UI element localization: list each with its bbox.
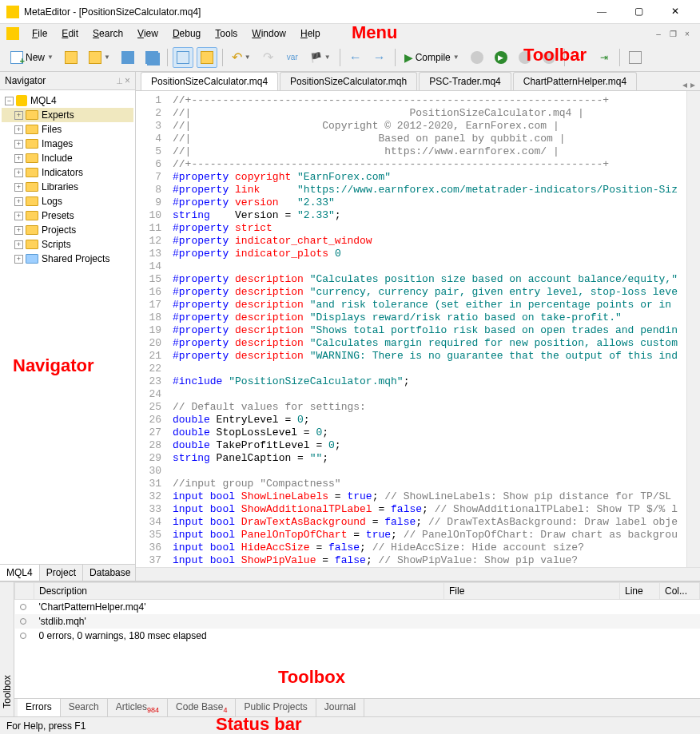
annotation-menu: Menu	[352, 22, 397, 43]
minimize-button[interactable]: —	[583, 0, 620, 24]
terminal-button[interactable]	[625, 47, 646, 68]
compile-button[interactable]: ▶Compile▼	[400, 47, 463, 68]
vertical-scrollbar[interactable]	[686, 91, 700, 567]
maximize-button[interactable]: ▢	[620, 0, 657, 24]
menu-view[interactable]: View	[131, 26, 165, 41]
toolbox-label: Toolbox	[0, 582, 14, 716]
nav-tab-mql4[interactable]: MQL4	[0, 565, 40, 581]
menu-search[interactable]: Search	[86, 26, 129, 41]
debug-terminate-button[interactable]	[539, 47, 559, 68]
bookmark-button[interactable]: 🏴▼	[306, 47, 335, 68]
tab-file-2[interactable]: PSC-Trader.mq4	[419, 72, 511, 90]
col-file[interactable]: File	[444, 583, 620, 600]
toolbox-tab-journal[interactable]: Journal	[316, 699, 364, 716]
tab-scroll-left-icon[interactable]: ◂	[682, 79, 687, 90]
col-description[interactable]: Description	[34, 583, 444, 600]
source-text[interactable]: //+-------------------------------------…	[168, 91, 686, 567]
editor-tabs: PositionSizeCalculator.mq4 PositionSizeC…	[136, 72, 700, 91]
tab-file-0[interactable]: PositionSizeCalculator.mq4	[141, 72, 278, 90]
toolbox-tabs: ErrorsSearchArticles984Code Base4Public …	[14, 698, 700, 716]
new-button[interactable]: +New▼	[6, 47, 58, 68]
nav-forward-button[interactable]: →	[369, 47, 390, 68]
tree-item-logs[interactable]: +Logs	[2, 194, 133, 208]
app-menu-icon[interactable]	[6, 27, 19, 40]
col-col[interactable]: Col...	[660, 583, 700, 600]
toolbox-tab-articles[interactable]: Articles984	[108, 699, 168, 716]
step-into-button[interactable]: ⇥	[570, 47, 591, 68]
error-row[interactable]: 'stdlib.mqh'	[15, 614, 700, 629]
tree-item-images[interactable]: +Images	[2, 137, 133, 151]
window-title: MetaEditor - [PositionSizeCalculator.mq4…	[24, 6, 583, 18]
code-area[interactable]: 1234567891011121314151617181920212223242…	[136, 91, 700, 567]
open-button[interactable]: ▼	[85, 47, 114, 68]
navigator-title: Navigator	[5, 75, 46, 86]
save-button[interactable]	[117, 47, 138, 68]
nav-back-button[interactable]: ←	[345, 47, 366, 68]
debug-pause-button[interactable]	[515, 47, 535, 68]
tab-scroll-right-icon[interactable]: ▸	[690, 79, 695, 90]
open-project-button[interactable]	[61, 47, 82, 68]
debug-stop-button[interactable]	[467, 47, 487, 68]
tree-item-indicators[interactable]: +Indicators	[2, 165, 133, 180]
tree-item-files[interactable]: +Files	[2, 122, 133, 137]
toolbox-tab-code-base[interactable]: Code Base4	[168, 699, 236, 716]
menubar: File Edit Search View Debug Tools Window…	[0, 24, 700, 43]
toolbox-panel: Toolbox Description File Line Col... 'Ch…	[0, 581, 700, 716]
undo-button[interactable]: ↶▼	[228, 47, 255, 68]
mdi-close-icon[interactable]: ×	[681, 27, 694, 40]
tab-file-3[interactable]: ChartPatternHelper.mq4	[513, 72, 637, 90]
tree-item-projects[interactable]: +Projects	[2, 223, 133, 237]
app-icon	[6, 6, 19, 18]
navigator-tabs: MQL4 Project Database	[0, 564, 135, 581]
nav-tab-database[interactable]: Database	[83, 565, 137, 581]
toggle-toolbox-button[interactable]	[197, 47, 217, 68]
line-gutter: 1234567891011121314151617181920212223242…	[136, 91, 168, 567]
horizontal-scrollbar[interactable]	[136, 567, 700, 581]
menu-window[interactable]: Window	[245, 26, 292, 41]
tab-file-1[interactable]: PositionSizeCalculator.mqh	[280, 72, 417, 90]
toolbar: +New▼ ▼ ↶▼ ↷ var 🏴▼ ← → ▶Compile▼ ▶ Tool…	[0, 43, 700, 72]
step-over-button[interactable]: ⇥	[594, 47, 614, 68]
save-all-button[interactable]	[141, 47, 162, 68]
tree-item-include[interactable]: +Include	[2, 151, 133, 165]
navigator-tree: −MQL4 +Experts+Files+Images+Include+Indi…	[0, 90, 135, 564]
tree-item-libraries[interactable]: +Libraries	[2, 180, 133, 194]
error-row[interactable]: 0 errors, 0 warnings, 180 msec elapsed	[15, 629, 700, 643]
menu-edit[interactable]: Edit	[55, 26, 85, 41]
editor-panel: PositionSizeCalculator.mq4 PositionSizeC…	[136, 72, 700, 581]
toolbox-tab-search[interactable]: Search	[61, 699, 108, 716]
titlebar: MetaEditor - [PositionSizeCalculator.mq4…	[0, 0, 700, 24]
menu-help[interactable]: Help	[294, 26, 327, 41]
tree-root[interactable]: −MQL4	[2, 93, 133, 108]
tree-item-presets[interactable]: +Presets	[2, 208, 133, 223]
tree-item-scripts[interactable]: +Scripts	[2, 237, 133, 252]
mdi-minimize-icon[interactable]: –	[652, 27, 665, 40]
toggle-navigator-button[interactable]	[173, 47, 193, 68]
tree-item-shared-projects[interactable]: +Shared Projects	[2, 252, 133, 266]
status-text: For Help, press F1	[6, 720, 86, 732]
toolbox-tab-public-projects[interactable]: Public Projects	[236, 699, 316, 716]
navigator-header: Navigator ⟂ ×	[0, 72, 135, 90]
debug-start-button[interactable]: ▶	[491, 47, 511, 68]
col-line[interactable]: Line	[620, 583, 660, 600]
mdi-restore-icon[interactable]: ❐	[666, 27, 679, 40]
menu-debug[interactable]: Debug	[166, 26, 207, 41]
tree-item-experts[interactable]: +Experts	[2, 108, 133, 122]
navigator-panel: Navigator ⟂ × −MQL4 +Experts+Files+Image…	[0, 72, 136, 581]
menu-tools[interactable]: Tools	[209, 26, 244, 41]
close-button[interactable]: ✕	[657, 0, 694, 24]
col-icon[interactable]	[15, 583, 34, 600]
error-row[interactable]: 'ChartPatternHelper.mq4'	[15, 600, 700, 615]
errors-table: Description File Line Col... 'ChartPatte…	[14, 582, 700, 643]
statusbar: For Help, press F1 Status bar	[0, 716, 700, 734]
annotation-toolbox: Toolbox	[278, 667, 345, 688]
var-button[interactable]: var	[282, 47, 303, 68]
menu-file[interactable]: File	[26, 26, 54, 41]
nav-tab-project[interactable]: Project	[40, 565, 83, 581]
redo-button[interactable]: ↷	[258, 47, 279, 68]
annotation-statusbar: Status bar	[216, 714, 302, 734]
toolbox-tab-errors[interactable]: Errors	[18, 699, 61, 716]
pin-icon[interactable]: ⟂ ×	[117, 75, 130, 86]
